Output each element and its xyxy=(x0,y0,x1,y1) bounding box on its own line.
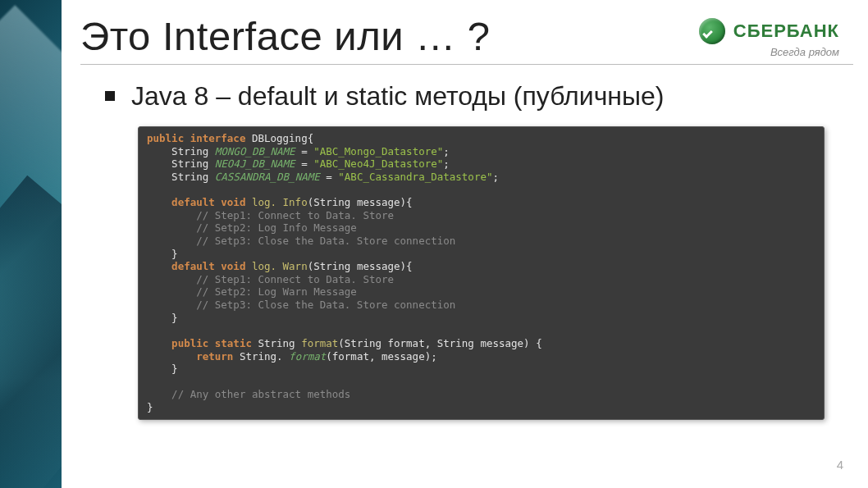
page-number: 4 xyxy=(837,458,843,472)
side-decoration xyxy=(0,0,62,488)
title-underline xyxy=(80,64,853,65)
slide-title: Это Interface или … ? xyxy=(80,15,853,59)
bullet-item: Java 8 – default и static методы (публич… xyxy=(105,81,853,112)
code-block: public interface DBLogging{ String MONGO… xyxy=(138,126,825,420)
slide-content: Это Interface или … ? Java 8 – default и… xyxy=(80,15,853,473)
bullet-text: Java 8 – default и static методы (публич… xyxy=(131,81,664,112)
square-bullet-icon xyxy=(105,91,115,101)
code-pre: public interface DBLogging{ String MONGO… xyxy=(147,132,815,414)
